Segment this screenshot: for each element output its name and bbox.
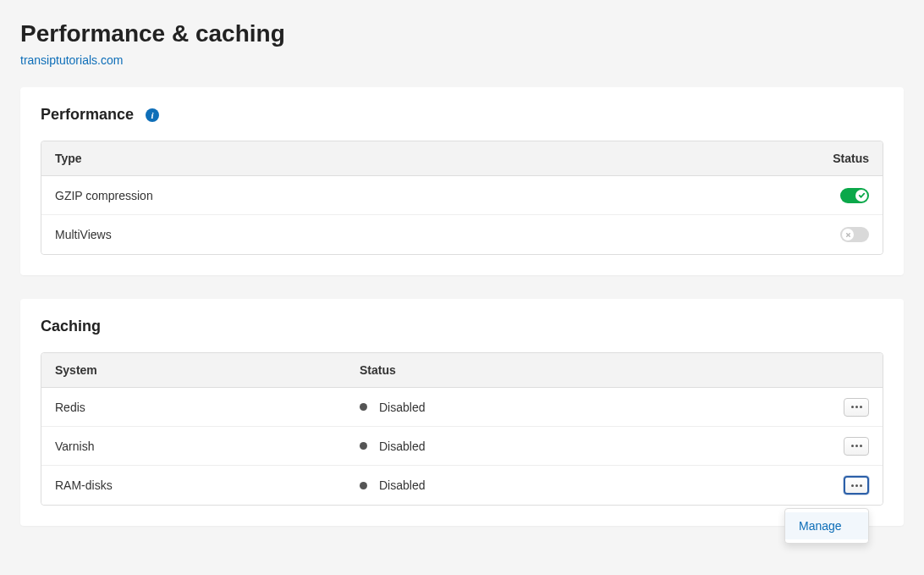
actions-dropdown: Manage [784,508,869,544]
cache-row-status: Disabled [379,401,425,414]
table-row: MultiViews [41,215,883,254]
info-icon[interactable]: i [146,108,159,122]
cache-row-system: RAM-disks [55,478,360,492]
cache-row-status: Disabled [379,440,425,453]
status-dot-icon [360,403,367,411]
manage-action[interactable]: Manage [785,512,868,539]
table-row: RAM-disks Disabled Manage [41,466,883,505]
check-icon [858,191,866,199]
column-status: Status [823,141,883,175]
performance-card: Performance i Type Status GZIP compressi… [20,87,904,275]
toggle-multiviews[interactable] [840,227,869,242]
x-icon [844,231,852,239]
performance-heading: Performance [41,106,134,124]
more-actions-button[interactable] [844,398,869,417]
table-row: Redis Disabled [41,388,883,427]
page-title: Performance & caching [20,20,904,47]
column-status: Status [346,353,840,387]
perf-row-label: GZIP compression [55,189,810,202]
caching-table: System Status Redis Disabled Varnish [41,352,883,506]
performance-table: Type Status GZIP compression MultiViews [41,141,883,255]
cache-row-status: Disabled [379,478,425,492]
domain-link[interactable]: transiptutorials.com [20,53,123,67]
toggle-gzip[interactable] [840,188,869,203]
more-actions-button[interactable] [844,437,869,456]
caching-card: Caching System Status Redis Disabled [20,299,904,526]
perf-row-label: MultiViews [55,228,810,241]
column-system: System [41,353,346,387]
cache-row-system: Varnish [55,440,360,453]
caching-heading: Caching [41,318,101,335]
column-type: Type [41,141,823,175]
cache-row-system: Redis [55,401,360,414]
status-dot-icon [360,442,367,450]
table-row: Varnish Disabled [41,427,883,466]
more-actions-button[interactable] [844,476,869,495]
status-dot-icon [360,482,367,489]
table-row: GZIP compression [41,176,883,215]
